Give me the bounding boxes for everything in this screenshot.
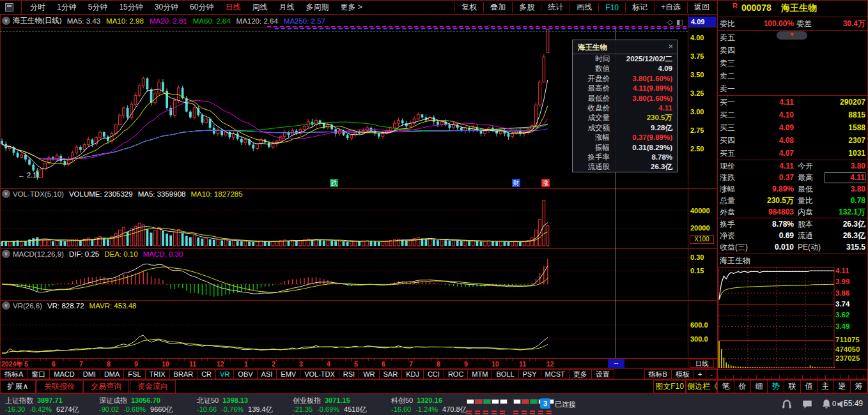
bottom-bar-扩展∧[interactable]: 扩展∧: [0, 380, 36, 393]
indicator-tab-right-0[interactable]: 指标B: [644, 369, 672, 379]
index-quote-上证指数[interactable]: 上证指数3897.71-16.30-0.42%6274亿: [5, 396, 98, 414]
quote-view-tab-细[interactable]: 细: [750, 380, 768, 393]
divider: [0, 248, 717, 249]
bottom-bar-图文F10[interactable]: 图文F10: [653, 380, 686, 393]
toolbar-action-0[interactable]: 复权: [454, 2, 483, 13]
sell-row-3[interactable]: 卖三: [717, 57, 868, 70]
buy-row-5[interactable]: 买五4.071031: [717, 147, 868, 160]
indicator-tab-MTM[interactable]: MTM: [468, 369, 492, 379]
diamond-icon[interactable]: ◇: [667, 18, 672, 26]
quote-view-tab-主[interactable]: 主: [817, 380, 834, 393]
indicator-tab-BOLL[interactable]: BOLL: [492, 369, 518, 379]
toolbar-action-3[interactable]: 统计: [541, 2, 570, 13]
toolbar-action-2[interactable]: 多股: [512, 2, 541, 13]
chevron-down-circle-icon[interactable]: ∨: [2, 250, 10, 258]
toolbar-period-7[interactable]: 周线: [246, 2, 273, 13]
event-marker-跌[interactable]: 跌: [330, 179, 338, 187]
toolbar-action-1[interactable]: 叠加: [483, 2, 512, 13]
buy-row-3[interactable]: 买三4.091588: [717, 121, 868, 134]
indicator-tab-OBV[interactable]: OBV: [234, 369, 257, 379]
indicator-tab-MCST[interactable]: MCST: [541, 369, 570, 379]
indicator-tab-指标A[interactable]: 指标A: [0, 369, 27, 379]
toolbar-period-1[interactable]: 1分钟: [51, 2, 82, 13]
sell-row-2[interactable]: 卖二: [717, 70, 868, 82]
bell-icon[interactable]: [821, 398, 832, 410]
indicator-tab-窗口[interactable]: 窗口: [27, 369, 50, 379]
indicator-tab-VR[interactable]: VR: [216, 369, 234, 379]
indicator-tab-PSY[interactable]: PSY: [519, 369, 541, 379]
indicator-tab-WR[interactable]: WR: [359, 369, 379, 379]
divider: [717, 17, 868, 17]
toolbar-action-5[interactable]: F10: [598, 3, 625, 12]
toolbar-action-4[interactable]: 画线: [570, 2, 598, 13]
index-value: 1320.16: [417, 396, 442, 404]
toolbar-period-2[interactable]: 5分钟: [82, 2, 114, 13]
split-window-icon[interactable]: ◧: [676, 18, 683, 26]
indicator-tab-FSL[interactable]: FSL: [124, 369, 145, 379]
indicator-tab-CR[interactable]: CR: [198, 369, 216, 379]
sell-row-4[interactable]: 卖四: [717, 44, 868, 57]
index-quote-深证成指[interactable]: 深证成指13056.70-90.02-0.68%9660亿: [99, 396, 192, 414]
indicator-tab-DMI[interactable]: DMI: [79, 369, 100, 379]
app-window-icon[interactable]: [5, 3, 13, 11]
indicator-tab-EMV[interactable]: EMV: [277, 369, 300, 379]
bottom-bar-交易查询[interactable]: 交易查询: [83, 380, 129, 393]
sell-row-1[interactable]: 卖一: [717, 82, 868, 95]
quote-view-tab-筹[interactable]: 筹: [850, 380, 867, 393]
buy-row-4[interactable]: 买四4.082307: [717, 134, 868, 147]
message-icon[interactable]: [802, 398, 813, 410]
indicator-tab-ROC[interactable]: ROC: [444, 369, 468, 379]
indicator-tab-right-1[interactable]: 模板: [671, 369, 694, 379]
toolbar-action-8[interactable]: 返回: [687, 2, 716, 13]
quote-view-tab-势[interactable]: 势: [767, 380, 784, 393]
indicator-tab-TRIX[interactable]: TRIX: [146, 369, 170, 379]
toolbar-period-8[interactable]: 月线: [273, 2, 300, 13]
toolbar-period-6[interactable]: 日线: [219, 2, 246, 13]
buy-row-1[interactable]: 买一4.11290207: [717, 96, 868, 109]
quote-view-tab-值[interactable]: 值: [800, 380, 818, 393]
indicator-tab-KDJ[interactable]: KDJ: [402, 369, 424, 379]
toolbar-period-0[interactable]: 分时: [24, 2, 51, 13]
indicator-tab-VOL-TDX[interactable]: VOL-TDX: [300, 369, 339, 379]
quote-view-tab-笔[interactable]: 笔: [717, 380, 734, 393]
chevron-down-circle-icon[interactable]: ∨: [2, 17, 10, 25]
collapse-quote-button[interactable]: ▼: [777, 31, 807, 40]
buy-level-label: 买五: [720, 147, 735, 160]
quote-view-tab-价[interactable]: 价: [734, 380, 751, 393]
quote-view-tab-联[interactable]: 联: [784, 380, 801, 393]
toolbar-period-9[interactable]: 多周期: [300, 2, 334, 13]
indicator-tab-right-2[interactable]: +: [694, 369, 706, 379]
indicator-tab-SAR[interactable]: SAR: [380, 369, 403, 379]
quote-view-tab-逆[interactable]: 逆: [833, 380, 851, 393]
index-quote-北证50[interactable]: 北证501398.13-10.66-0.76%139.4亿: [197, 396, 290, 414]
indicator-tab-MACD[interactable]: MACD: [50, 369, 79, 379]
bottom-bar-关联报价[interactable]: 关联报价: [36, 380, 82, 393]
toolbar-action-6[interactable]: 标记: [625, 2, 654, 13]
bottom-bar-资金流向[interactable]: 资金流向: [130, 380, 176, 393]
headset-icon[interactable]: [781, 398, 793, 410]
toolbar-period-10[interactable]: 更多 >: [334, 2, 368, 13]
stat-value: 230.5万: [752, 195, 794, 206]
indicator-tab-CCI[interactable]: CCI: [424, 369, 444, 379]
connection-count-badge[interactable]: 3: [540, 398, 550, 409]
toolbar-period-3[interactable]: 15分钟: [113, 2, 148, 13]
index-quote-创业板指[interactable]: 创业板指3071.15-21.35-0.69%4518亿: [293, 396, 385, 414]
stat-label: 总量: [720, 195, 735, 206]
toolbar-period-4[interactable]: 30分钟: [149, 2, 184, 13]
bottom-bar-侧边栏《[interactable]: 侧边栏《: [686, 380, 717, 393]
chevron-down-circle-icon[interactable]: ∨: [2, 301, 10, 310]
indicator-tab-right-3[interactable]: -: [706, 369, 717, 379]
toolbar-period-5[interactable]: 60分钟: [184, 2, 219, 13]
event-marker-涨[interactable]: 涨: [541, 179, 550, 187]
buy-row-2[interactable]: 买二4.108815: [717, 109, 868, 121]
indicator-tab-DMA[interactable]: DMA: [100, 369, 124, 379]
indicator-tab-更多[interactable]: 更多: [570, 369, 592, 379]
chevron-down-circle-icon[interactable]: ∨: [2, 190, 10, 198]
indicator-tab-RSI[interactable]: RSI: [339, 369, 359, 379]
event-marker-财[interactable]: 财: [512, 179, 520, 187]
indicator-tab-BRAR[interactable]: BRAR: [170, 369, 198, 379]
toolbar-action-7[interactable]: +自选: [654, 2, 687, 13]
indicator-tab-设置[interactable]: 设置: [592, 369, 614, 379]
close-icon[interactable]: ×: [668, 42, 673, 51]
indicator-tab-ASI[interactable]: ASI: [258, 369, 277, 379]
